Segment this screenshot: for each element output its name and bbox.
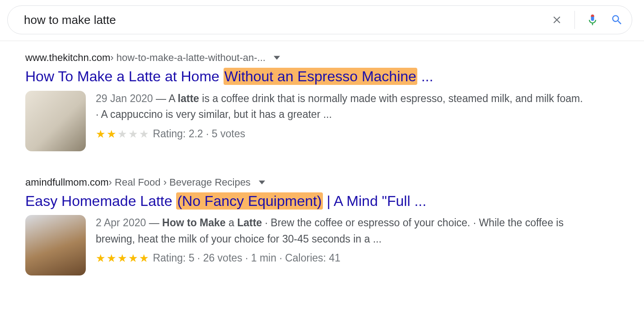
title-before: Easy Homemade Latte: [25, 193, 176, 209]
result-cite[interactable]: amindfullmom.com › Real Food › Beverage …: [25, 177, 587, 188]
result-title-link[interactable]: Easy Homemade Latte (No Fancy Equipment)…: [25, 192, 587, 211]
title-before: How To Make a Latte at Home: [25, 68, 224, 84]
snippet-bold2: Latte: [237, 217, 262, 229]
search-result: amindfullmom.com › Real Food › Beverage …: [25, 177, 587, 276]
result-title-link[interactable]: How To Make a Latte at Home Without an E…: [25, 67, 587, 86]
result-options-dropdown-icon[interactable]: [274, 55, 280, 61]
title-after: ...: [417, 68, 434, 84]
search-input[interactable]: [24, 13, 539, 27]
rating-value: Rating: 5: [150, 250, 194, 266]
rating-stars: ★★★★★: [96, 250, 150, 266]
voice-search-icon[interactable]: [586, 13, 599, 27]
vote-count: 5 votes: [212, 126, 245, 142]
vote-count: 26 votes: [203, 250, 243, 266]
search-bar-divider: [574, 11, 575, 29]
rating-value: Rating: 2.2: [150, 126, 203, 142]
cite-domain: www.thekitchn.com: [25, 52, 110, 64]
snippet-prefix: — A: [153, 93, 178, 104]
result-meta: ★★★★★ Rating: 2.2 · 5 votes: [96, 126, 587, 142]
result-thumbnail[interactable]: [25, 91, 86, 151]
search-result: www.thekitchn.com › how-to-make-a-latte-…: [25, 52, 587, 151]
search-bar-container: [0, 0, 644, 41]
result-cite[interactable]: www.thekitchn.com › how-to-make-a-latte-…: [25, 52, 587, 64]
result-date: 29 Jan 2020: [96, 93, 153, 104]
cite-path: › how-to-make-a-latte-without-an-...: [110, 52, 266, 64]
meta-separator: ·: [243, 250, 251, 266]
meta-separator: ·: [203, 126, 212, 142]
snippet-middle: a: [226, 217, 238, 229]
result-thumbnail[interactable]: [25, 215, 86, 275]
snippet-bold: How to Make: [162, 217, 226, 229]
calories-value: Calories: 41: [285, 250, 341, 266]
title-highlight: Without an Espresso Machine: [224, 68, 417, 85]
meta-separator: ·: [276, 250, 285, 266]
cite-path: › Real Food › Beverage Recipes: [109, 177, 251, 188]
cite-domain: amindfullmom.com: [25, 177, 109, 188]
rating-stars: ★★★★★: [96, 126, 150, 142]
title-highlight: (No Fancy Equipment): [176, 192, 322, 210]
search-icon[interactable]: [610, 13, 624, 27]
result-meta: ★★★★★ Rating: 5 · 26 votes · 1 min · Cal…: [96, 250, 587, 266]
meta-separator: ·: [194, 250, 203, 266]
result-options-dropdown-icon[interactable]: [259, 179, 265, 186]
result-snippet: 29 Jan 2020 — A latte is a coffee drink …: [96, 91, 587, 142]
snippet-bold: latte: [178, 93, 199, 104]
time-value: 1 min: [251, 250, 276, 266]
result-date: 2 Apr 2020: [96, 217, 146, 229]
title-after: | A Mind "Full ...: [323, 193, 427, 209]
search-bar[interactable]: [7, 5, 632, 34]
result-snippet: 2 Apr 2020 — How to Make a Latte · Brew …: [96, 215, 587, 266]
search-results: www.thekitchn.com › how-to-make-a-latte-…: [0, 41, 587, 275]
clear-icon[interactable]: [550, 13, 564, 27]
snippet-prefix: —: [146, 217, 162, 229]
